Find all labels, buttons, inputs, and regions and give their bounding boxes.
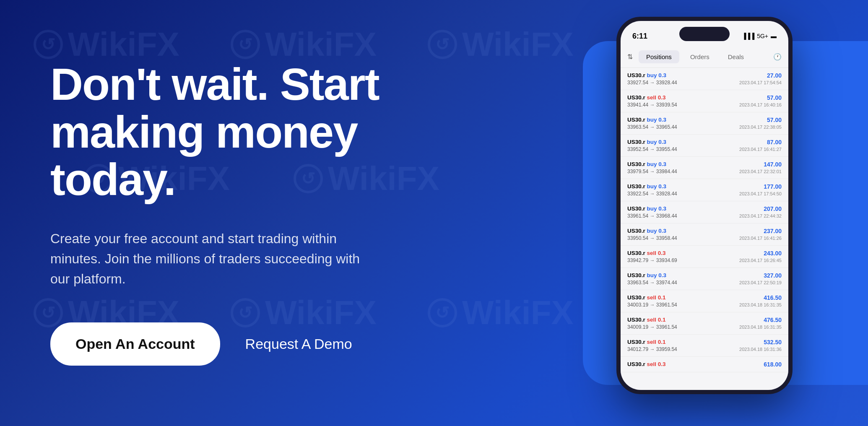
- trade-profit: 147.00: [739, 161, 782, 168]
- trade-row: US30.r sell 0.1 34012.79 → 33959.54 532.…: [621, 335, 788, 357]
- trade-profit: 618.00: [764, 361, 782, 368]
- trade-instrument: US30.r sell 0.3: [627, 361, 666, 367]
- trade-instrument: US30.r buy 0.3: [627, 72, 677, 78]
- sort-icon: ⇅: [627, 53, 633, 61]
- trade-right: 147.00 2023.04.17 22:32:01: [739, 161, 782, 174]
- right-section: 6:11 ▐▐▐ 5G+ ▬ ⇅ Positions Orders Deals: [407, 0, 868, 426]
- trade-time: 2023.04.18 16:31:35: [739, 325, 782, 330]
- trade-left: US30.r buy 0.3 33961.54 → 33968.44: [627, 205, 677, 219]
- trade-row: US30.r sell 0.3 33941.44 → 33939.54 57.0…: [621, 90, 788, 112]
- trade-instrument: US30.r buy 0.3: [627, 139, 677, 145]
- trade-row: US30.r buy 0.3 33979.54 → 33984.44 147.0…: [621, 157, 788, 179]
- trade-prices: 33927.54 → 33928.44: [627, 80, 677, 86]
- trade-instrument: US30.r buy 0.3: [627, 161, 677, 167]
- trade-prices: 34003.19 → 33961.54: [627, 302, 677, 308]
- trade-profit: 57.00: [739, 117, 782, 123]
- trade-row: US30.r sell 0.3 618.00: [621, 357, 788, 372]
- trade-row: US30.r sell 0.1 34003.19 → 33961.54 416.…: [621, 290, 788, 312]
- trade-prices: 33950.54 → 33958.44: [627, 235, 677, 241]
- trade-time: 2023.04.17 22:32:01: [739, 169, 782, 174]
- tab-positions[interactable]: Positions: [639, 50, 679, 63]
- trade-right: 87.00 2023.04.17 16:41:27: [739, 139, 782, 152]
- trade-instrument: US30.r sell 0.3: [627, 250, 677, 256]
- trade-prices: 34012.79 → 33959.54: [627, 346, 677, 352]
- trade-instrument: US30.r buy 0.3: [627, 205, 677, 212]
- open-account-button[interactable]: Open An Account: [50, 322, 220, 366]
- trade-row: US30.r buy 0.3 33961.54 → 33968.44 207.0…: [621, 201, 788, 223]
- trade-right: 243.00 2023.04.17 16:26:45: [739, 250, 782, 263]
- trade-instrument: US30.r buy 0.3: [627, 117, 677, 123]
- trade-time: 2023.04.17 16:40:16: [739, 102, 782, 107]
- trade-instrument: US30.r sell 0.1: [627, 294, 677, 301]
- trade-profit: 57.00: [739, 94, 782, 101]
- watermark-1: ↺WikiFX: [34, 25, 179, 64]
- signal-bars-icon: ▐▐▐: [742, 33, 754, 39]
- trade-profit: 237.00: [739, 228, 782, 234]
- network-type: 5G+: [757, 33, 768, 39]
- trade-left: US30.r sell 0.3 33941.44 → 33939.54: [627, 94, 677, 108]
- cta-buttons: Open An Account Request A Demo: [50, 322, 411, 366]
- trade-row: US30.r buy 0.3 33952.54 → 33955.44 87.00…: [621, 135, 788, 157]
- trade-instrument: US30.r sell 0.1: [627, 339, 677, 345]
- trade-prices: 33941.44 → 33939.54: [627, 102, 677, 108]
- request-demo-button[interactable]: Request A Demo: [245, 336, 352, 352]
- trade-profit: 207.00: [739, 205, 782, 212]
- phone-mockup: 6:11 ▐▐▐ 5G+ ▬ ⇅ Positions Orders Deals: [616, 17, 793, 394]
- trade-instrument: US30.r buy 0.3: [627, 228, 677, 234]
- trade-right: 416.50 2023.04.18 16:31:35: [739, 294, 782, 307]
- trade-right: 57.00 2023.04.17 22:38:05: [739, 117, 782, 130]
- trade-instrument: US30.r buy 0.3: [627, 183, 677, 190]
- trade-time: 2023.04.17 16:41:26: [739, 236, 782, 241]
- trade-instrument: US30.r sell 0.1: [627, 317, 677, 323]
- trade-time: 2023.04.17 22:38:05: [739, 125, 782, 130]
- trade-right: 476.50 2023.04.18 16:31:35: [739, 317, 782, 330]
- trade-prices: 34009.19 → 33961.54: [627, 324, 677, 330]
- trade-time: 2023.04.17 17:54:54: [739, 80, 782, 85]
- trade-left: US30.r buy 0.3 33979.54 → 33984.44: [627, 161, 677, 174]
- trade-time: 2023.04.17 17:54:50: [739, 191, 782, 196]
- trade-left: US30.r buy 0.3 33950.54 → 33958.44: [627, 228, 677, 241]
- trade-left: US30.r sell 0.3: [627, 361, 666, 367]
- trade-left: US30.r sell 0.1 34003.19 → 33961.54: [627, 294, 677, 308]
- trade-profit: 327.00: [739, 272, 782, 279]
- watermark-2: ↺WikiFX: [231, 25, 377, 64]
- trade-prices: 33922.54 → 33928.44: [627, 191, 677, 197]
- trade-right: 27.00 2023.04.17 17:54:54: [739, 72, 782, 85]
- trade-left: US30.r buy 0.3 33927.54 → 33928.44: [627, 72, 677, 86]
- tab-orders[interactable]: Orders: [683, 50, 717, 63]
- trade-profit: 416.50: [739, 294, 782, 301]
- trade-row: US30.r sell 0.1 34009.19 → 33961.54 476.…: [621, 312, 788, 335]
- trade-profit: 87.00: [739, 139, 782, 145]
- trade-left: US30.r sell 0.3 33942.79 → 33934.69: [627, 250, 677, 263]
- dynamic-island: [679, 27, 730, 41]
- trade-prices: 33963.54 → 33974.44: [627, 280, 677, 286]
- trade-prices: 33942.79 → 33934.69: [627, 257, 677, 263]
- trade-instrument: US30.r buy 0.3: [627, 272, 677, 278]
- trade-row: US30.r buy 0.3 33922.54 → 33928.44 177.0…: [621, 179, 788, 201]
- battery-icon: ▬: [771, 33, 777, 39]
- trade-list: US30.r buy 0.3 33927.54 → 33928.44 27.00…: [621, 68, 788, 390]
- trade-time: 2023.04.17 16:41:27: [739, 147, 782, 152]
- trade-row: US30.r buy 0.3 33963.54 → 33965.44 57.00…: [621, 112, 788, 135]
- trade-time: 2023.04.17 22:44:32: [739, 213, 782, 218]
- status-time: 6:11: [632, 32, 647, 41]
- trade-time: 2023.04.17 16:26:45: [739, 258, 782, 263]
- trade-left: US30.r buy 0.3 33952.54 → 33955.44: [627, 139, 677, 152]
- trade-profit: 243.00: [739, 250, 782, 257]
- trade-profit: 27.00: [739, 72, 782, 79]
- tab-bar: ⇅ Positions Orders Deals 🕐: [621, 46, 788, 68]
- tab-deals[interactable]: Deals: [720, 50, 751, 63]
- trade-left: US30.r buy 0.3 33922.54 → 33928.44: [627, 183, 677, 197]
- trade-right: 618.00: [764, 361, 782, 368]
- trade-profit: 476.50: [739, 317, 782, 323]
- trade-left: US30.r sell 0.1 34009.19 → 33961.54: [627, 317, 677, 330]
- trade-row: US30.r buy 0.3 33927.54 → 33928.44 27.00…: [621, 68, 788, 90]
- trade-prices: 33979.54 → 33984.44: [627, 169, 677, 174]
- trade-right: 207.00 2023.04.17 22:44:32: [739, 205, 782, 218]
- trade-time: 2023.04.18 16:31:35: [739, 302, 782, 307]
- hero-content: Don't wait. Start making money today. Cr…: [0, 60, 411, 365]
- trade-profit: 532.50: [739, 339, 782, 345]
- app-content: ⇅ Positions Orders Deals 🕐 US30.r buy 0.…: [621, 46, 788, 390]
- trade-prices: 33952.54 → 33955.44: [627, 146, 677, 152]
- trade-right: 237.00 2023.04.17 16:41:26: [739, 228, 782, 241]
